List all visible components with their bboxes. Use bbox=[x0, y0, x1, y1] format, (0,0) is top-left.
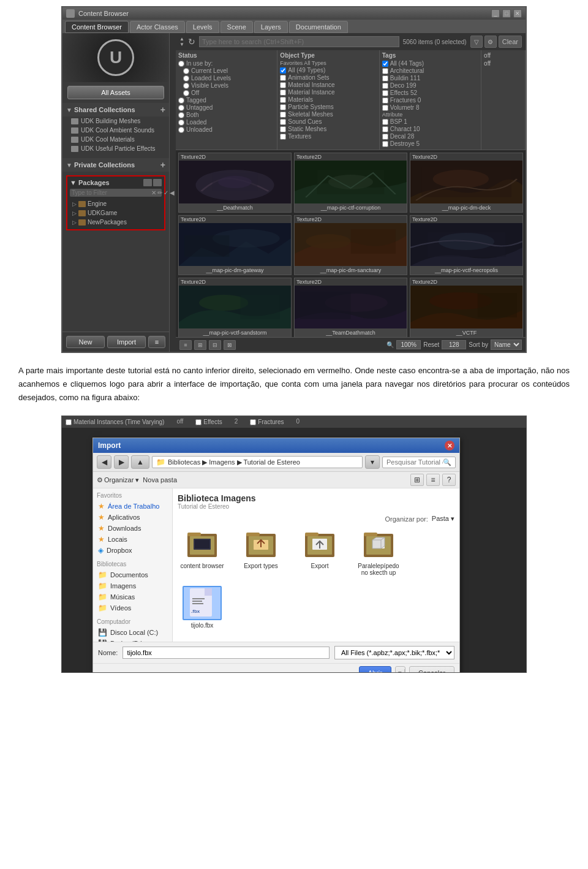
import-button[interactable]: Import bbox=[107, 336, 146, 348]
zoom-input[interactable] bbox=[396, 340, 421, 349]
reset-label[interactable]: Reset bbox=[423, 341, 439, 348]
status-current-level-radio[interactable] bbox=[183, 68, 189, 74]
tab-layers[interactable]: Layers bbox=[254, 21, 288, 33]
file-item-export[interactable]: Export bbox=[295, 526, 344, 576]
organize-button[interactable]: ⚙ Organizar ▾ bbox=[97, 476, 139, 484]
pages-input[interactable] bbox=[442, 340, 466, 349]
shared-collection-item-2[interactable]: UDK Cool Ambient Sounds bbox=[62, 126, 169, 135]
tab-scene[interactable]: Scene bbox=[221, 21, 253, 33]
textures-check[interactable] bbox=[280, 134, 286, 140]
nav-back-button[interactable]: ◀ bbox=[97, 455, 111, 469]
sort-select[interactable]: Name Date Size bbox=[491, 340, 522, 350]
cancelar-button[interactable]: Cancelar bbox=[409, 666, 454, 673]
options-button[interactable]: ≡ bbox=[148, 336, 165, 348]
view-list-btn[interactable]: ≡ bbox=[179, 340, 192, 350]
status-untagged-radio[interactable] bbox=[178, 105, 184, 111]
packages-grid-icon[interactable] bbox=[153, 179, 162, 186]
rotate-icon[interactable]: ↻ bbox=[188, 37, 195, 47]
asset-card-2[interactable]: Texture2D __map-pic-ctf-corruption bbox=[294, 153, 407, 213]
status-both-radio[interactable] bbox=[178, 112, 184, 118]
asset-card-9[interactable]: Texture2D __VCTF bbox=[410, 278, 523, 337]
nav-down-icon[interactable]: ▼ bbox=[179, 42, 184, 47]
view-columns-btn[interactable]: ⊠ bbox=[224, 340, 236, 350]
shared-collections-header[interactable]: ▼ Shared Collections + bbox=[62, 103, 169, 116]
import-close-button[interactable]: ✕ bbox=[445, 441, 454, 450]
nav-up-icon[interactable]: ▲ bbox=[179, 37, 184, 42]
sidebar-videos[interactable]: 📁 Vídeos bbox=[96, 602, 170, 613]
status-in-use-radio[interactable] bbox=[178, 61, 184, 67]
particle-check[interactable] bbox=[280, 104, 286, 110]
asset-card-6[interactable]: Texture2D __map-pic-vctf-necropolis bbox=[410, 215, 523, 275]
sidebar-area-de-trabalho[interactable]: ★ Área de Trabalho bbox=[96, 501, 170, 512]
shared-collection-item-4[interactable]: UDK Useful Particle Effects bbox=[62, 144, 169, 153]
settings-icon-btn[interactable]: ⚙ bbox=[484, 36, 497, 48]
status-off-radio[interactable] bbox=[183, 90, 189, 96]
file-item-export-types[interactable]: Export types bbox=[236, 526, 285, 576]
decal-check[interactable] bbox=[382, 134, 388, 140]
all-assets-button[interactable]: All Assets bbox=[67, 86, 164, 99]
view-toggle-button[interactable]: ⊞ bbox=[410, 474, 424, 486]
nova-pasta-button[interactable]: Nova pasta bbox=[143, 476, 177, 484]
static-check[interactable] bbox=[280, 126, 286, 132]
shared-collections-add-button[interactable]: + bbox=[160, 105, 165, 115]
left-collapse-bar[interactable]: ◀ bbox=[170, 33, 176, 352]
status-unloaded-radio[interactable] bbox=[178, 127, 184, 133]
view-details-button[interactable]: ≡ bbox=[426, 474, 440, 486]
skeletal-check[interactable] bbox=[280, 112, 286, 118]
package-item-newpackages[interactable]: ▷ NewPackages bbox=[70, 218, 162, 227]
bg-effects-check[interactable] bbox=[195, 419, 202, 425]
packages-list-icon[interactable] bbox=[143, 179, 152, 186]
minimize-button[interactable]: _ bbox=[491, 9, 500, 18]
materials-check[interactable] bbox=[280, 97, 286, 103]
nav-dropdown-button[interactable]: ▾ bbox=[365, 455, 380, 469]
package-item-engine[interactable]: ▷ Engine bbox=[70, 199, 162, 208]
status-loaded-levels-radio[interactable] bbox=[183, 75, 189, 82]
mat-inst2-check[interactable] bbox=[280, 89, 286, 96]
sidebar-aplicativos[interactable]: ★ Aplicativos bbox=[96, 512, 170, 523]
status-tagged-radio[interactable] bbox=[178, 97, 184, 104]
filetype-select[interactable]: All Files (*.apbz;*.apx;*.bik;*.fbx;* bbox=[334, 646, 454, 659]
sidebar-disco-c[interactable]: 💾 Disco Local (C:) bbox=[96, 627, 170, 638]
package-item-udkgame[interactable]: ▷ UDKGame bbox=[70, 208, 162, 218]
sidebar-documentos[interactable]: 📁 Documentos bbox=[96, 569, 170, 580]
bg-material-check[interactable] bbox=[66, 419, 72, 425]
volumetr-check[interactable] bbox=[382, 105, 388, 111]
charact-check[interactable] bbox=[382, 126, 388, 132]
status-visible-levels-radio[interactable] bbox=[183, 83, 189, 89]
tab-levels[interactable]: Levels bbox=[186, 21, 219, 33]
new-button[interactable]: New bbox=[66, 336, 105, 348]
view-grid-btn[interactable]: ⊞ bbox=[194, 340, 206, 350]
view-large-btn[interactable]: ⊟ bbox=[209, 340, 221, 350]
sidebar-locais[interactable]: ★ Locais bbox=[96, 534, 170, 545]
sound-cues-check[interactable] bbox=[280, 119, 286, 125]
deco-check[interactable] bbox=[382, 83, 388, 89]
asset-card-3[interactable]: Texture2D __map-pic-dm-deck bbox=[410, 153, 523, 213]
sidebar-downloads[interactable]: ★ Downloads bbox=[96, 523, 170, 534]
abrir-dropdown-arrow[interactable]: ▾ bbox=[396, 669, 405, 674]
all-types-check[interactable] bbox=[280, 67, 286, 74]
nav-up-button[interactable]: ▲ bbox=[131, 455, 149, 469]
mat-inst-check[interactable] bbox=[280, 82, 286, 88]
filter-clear-icon[interactable]: ✕ bbox=[151, 189, 156, 196]
architectural-check[interactable] bbox=[382, 68, 388, 74]
shared-collection-item-1[interactable]: UDK Building Meshes bbox=[62, 116, 169, 126]
private-collections-header[interactable]: ▼ Private Collections + bbox=[62, 158, 169, 172]
maximize-button[interactable]: □ bbox=[502, 9, 511, 18]
collapse-arrow-icon[interactable]: ◀ bbox=[170, 189, 175, 196]
destroye-check[interactable] bbox=[382, 141, 388, 147]
bsp-check[interactable] bbox=[382, 119, 388, 125]
filter-check-icon[interactable]: ✓ bbox=[164, 189, 168, 196]
tab-actor-classes[interactable]: Actor Classes bbox=[130, 21, 185, 33]
effects-check[interactable] bbox=[382, 90, 388, 96]
search-input[interactable] bbox=[199, 36, 399, 47]
anim-sets-check[interactable] bbox=[280, 75, 286, 81]
sort-value[interactable]: Pasta ▾ bbox=[432, 515, 454, 523]
filter-edit-icon[interactable]: ✏ bbox=[157, 189, 162, 196]
asset-card-7[interactable]: Texture2D __map-pic-vctf-sandstorm bbox=[178, 278, 292, 337]
asset-card-4[interactable]: Texture2D __map-pic-dm-gateway bbox=[178, 215, 292, 275]
tab-content-browser[interactable]: Content Browser bbox=[65, 21, 129, 33]
nav-forward-button[interactable]: ▶ bbox=[114, 455, 129, 469]
asset-card-5[interactable]: Texture2D __map-pic-dm-sanctuary bbox=[294, 215, 407, 275]
file-item-content-browser[interactable]: content browser bbox=[178, 526, 227, 576]
packages-filter-input[interactable] bbox=[72, 189, 149, 196]
